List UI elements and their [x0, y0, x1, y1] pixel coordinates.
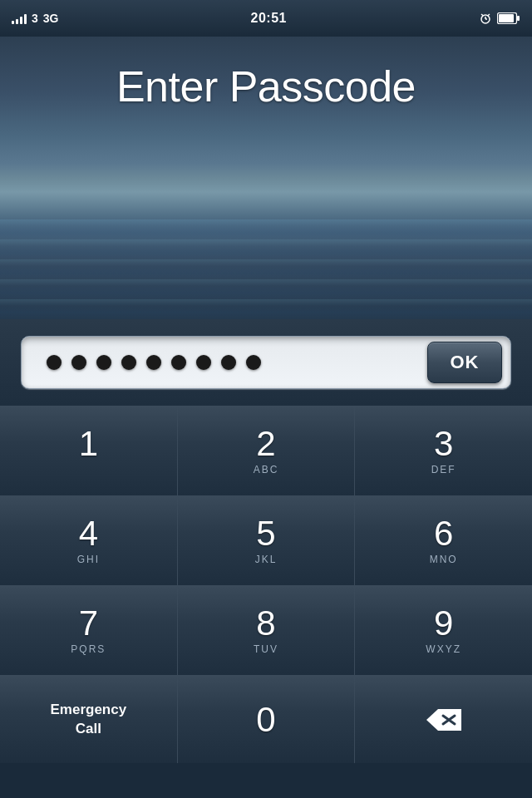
passcode-title: Enter Passcode	[116, 62, 416, 111]
key-9[interactable]: 9 WXYZ	[355, 586, 532, 675]
signal-bar-2	[16, 19, 18, 24]
battery-icon	[497, 12, 520, 24]
svg-rect-6	[517, 16, 520, 21]
key-emergency[interactable]: EmergencyCall	[0, 676, 178, 763]
passcode-dot	[47, 355, 62, 370]
passcode-dot	[171, 355, 186, 370]
network-label: 3G	[43, 12, 59, 25]
keypad-row-2: 4 GHI 5 JKL 6 MNO	[0, 495, 532, 585]
passcode-dot	[246, 355, 261, 370]
key-8[interactable]: 8 TUV	[178, 586, 356, 675]
signal-bar-3	[20, 17, 22, 24]
signal-bars-icon	[12, 12, 27, 24]
ok-button[interactable]: OK	[427, 342, 502, 383]
passcode-input-area: OK	[0, 319, 532, 406]
key-1[interactable]: 1	[0, 406, 178, 495]
time-display: 20:51	[251, 11, 287, 26]
status-bar: 3 3G 20:51	[0, 0, 532, 37]
header-area: Enter Passcode	[0, 37, 532, 319]
passcode-dots	[38, 355, 427, 370]
signal-bar-4	[24, 14, 27, 24]
key-4[interactable]: 4 GHI	[0, 496, 178, 585]
alarm-icon	[479, 12, 492, 25]
passcode-dot	[96, 355, 111, 370]
status-left: 3 3G	[12, 12, 58, 25]
passcode-field: OK	[21, 336, 511, 389]
keypad-row-4: EmergencyCall 0	[0, 675, 532, 763]
key-6[interactable]: 6 MNO	[355, 496, 532, 585]
key-0[interactable]: 0	[178, 676, 356, 763]
keypad: 1 2 ABC 3 DEF 4 GHI 5 JKL 6 MNO 7 PQRS	[0, 406, 532, 763]
status-right	[479, 12, 520, 25]
delete-icon	[425, 707, 463, 732]
keypad-row-3: 7 PQRS 8 TUV 9 WXYZ	[0, 585, 532, 675]
signal-bar-1	[12, 21, 14, 24]
keypad-row-1: 1 2 ABC 3 DEF	[0, 406, 532, 495]
key-5[interactable]: 5 JKL	[178, 496, 356, 585]
svg-line-4	[488, 14, 490, 16]
passcode-dot	[196, 355, 211, 370]
carrier-label: 3	[32, 12, 38, 25]
key-3[interactable]: 3 DEF	[355, 406, 532, 495]
key-7[interactable]: 7 PQRS	[0, 586, 178, 675]
svg-rect-7	[499, 14, 514, 22]
passcode-dot	[221, 355, 236, 370]
passcode-dot	[146, 355, 161, 370]
svg-line-3	[481, 14, 484, 16]
key-2[interactable]: 2 ABC	[178, 406, 356, 495]
key-delete[interactable]	[355, 676, 532, 763]
passcode-dot	[121, 355, 136, 370]
passcode-dot	[71, 355, 86, 370]
